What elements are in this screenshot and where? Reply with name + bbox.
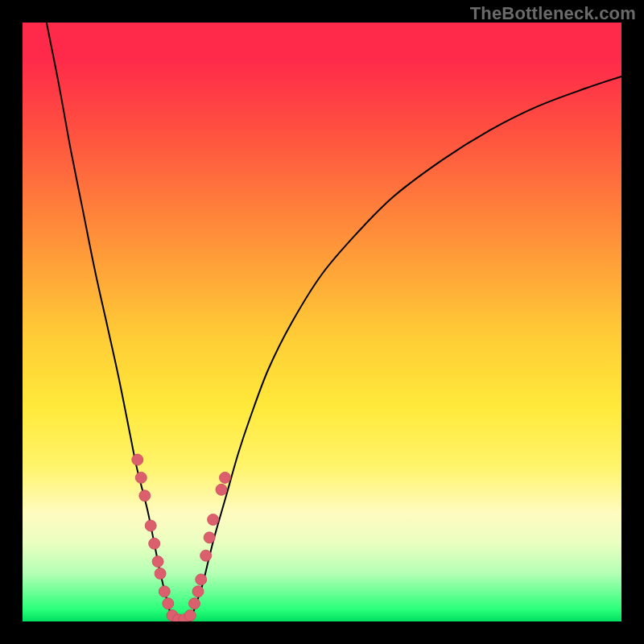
data-marker bbox=[163, 598, 174, 609]
data-marker bbox=[192, 586, 204, 597]
data-marker bbox=[220, 472, 231, 483]
marker-group bbox=[132, 454, 231, 621]
data-marker bbox=[189, 598, 200, 609]
data-marker bbox=[204, 532, 215, 543]
data-marker bbox=[149, 538, 160, 549]
chart-svg bbox=[23, 23, 621, 621]
data-marker bbox=[196, 574, 207, 585]
data-marker bbox=[155, 568, 166, 580]
data-marker bbox=[200, 550, 212, 561]
curve-left bbox=[47, 23, 172, 621]
data-marker bbox=[132, 454, 143, 465]
data-marker bbox=[139, 490, 151, 502]
data-marker bbox=[159, 586, 170, 597]
data-marker bbox=[184, 610, 196, 621]
data-marker bbox=[216, 484, 227, 495]
data-marker bbox=[145, 520, 156, 531]
curve-right bbox=[190, 76, 621, 621]
data-marker bbox=[208, 514, 219, 526]
watermark-label: TheBottleneck.com bbox=[470, 3, 636, 24]
data-marker bbox=[152, 556, 163, 568]
data-marker bbox=[135, 472, 147, 483]
